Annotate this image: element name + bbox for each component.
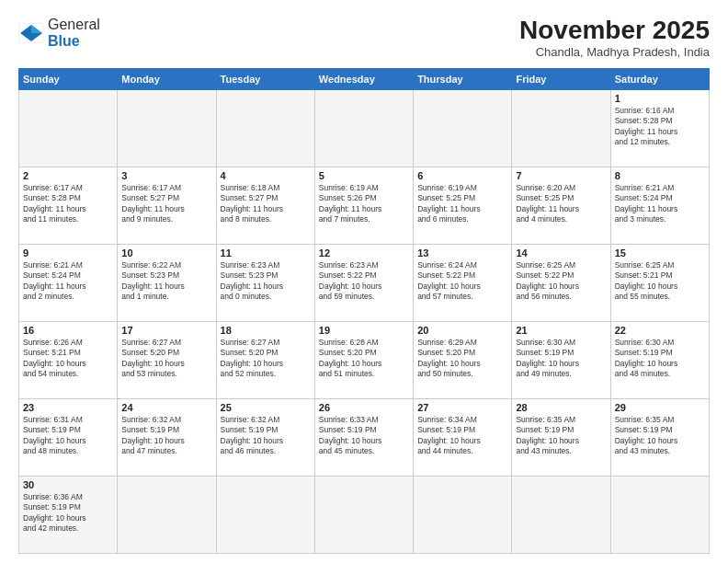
calendar-cell bbox=[314, 89, 413, 167]
day-info: Sunrise: 6:21 AM Sunset: 5:24 PM Dayligh… bbox=[23, 260, 113, 303]
day-info: Sunrise: 6:26 AM Sunset: 5:21 PM Dayligh… bbox=[23, 338, 113, 380]
day-number: 4 bbox=[221, 170, 311, 181]
day-info: Sunrise: 6:30 AM Sunset: 5:19 PM Dayligh… bbox=[516, 338, 606, 380]
day-number: 3 bbox=[121, 170, 211, 181]
day-info: Sunrise: 6:27 AM Sunset: 5:20 PM Dayligh… bbox=[121, 338, 211, 380]
day-number: 11 bbox=[221, 247, 311, 259]
day-info: Sunrise: 6:24 AM Sunset: 5:22 PM Dayligh… bbox=[417, 260, 507, 303]
day-info: Sunrise: 6:36 AM Sunset: 5:19 PM Dayligh… bbox=[23, 492, 113, 534]
day-number: 6 bbox=[417, 170, 507, 181]
header: General Blue November 2025 Chandla, Madh… bbox=[18, 17, 710, 59]
day-info: Sunrise: 6:35 AM Sunset: 5:19 PM Dayligh… bbox=[516, 415, 606, 457]
logo-general: General bbox=[48, 17, 100, 32]
calendar-cell: 16Sunrise: 6:26 AM Sunset: 5:21 PM Dayli… bbox=[19, 321, 118, 398]
day-number: 22 bbox=[615, 325, 705, 336]
day-number: 14 bbox=[516, 247, 606, 259]
calendar-cell: 4Sunrise: 6:18 AM Sunset: 5:27 PM Daylig… bbox=[216, 167, 314, 244]
calendar-cell: 6Sunrise: 6:19 AM Sunset: 5:25 PM Daylig… bbox=[414, 167, 512, 244]
calendar-cell: 3Sunrise: 6:17 AM Sunset: 5:27 PM Daylig… bbox=[118, 167, 216, 244]
day-number: 18 bbox=[221, 325, 311, 336]
calendar-cell: 5Sunrise: 6:19 AM Sunset: 5:26 PM Daylig… bbox=[314, 167, 413, 244]
calendar-cell bbox=[414, 476, 512, 553]
day-info: Sunrise: 6:27 AM Sunset: 5:20 PM Dayligh… bbox=[221, 338, 311, 380]
day-info: Sunrise: 6:33 AM Sunset: 5:19 PM Dayligh… bbox=[319, 415, 409, 457]
day-number: 28 bbox=[516, 402, 606, 413]
page: General Blue November 2025 Chandla, Madh… bbox=[0, 0, 728, 563]
day-info: Sunrise: 6:25 AM Sunset: 5:21 PM Dayligh… bbox=[615, 260, 705, 303]
month-title: November 2025 bbox=[519, 17, 710, 45]
day-info: Sunrise: 6:22 AM Sunset: 5:23 PM Dayligh… bbox=[121, 260, 211, 303]
calendar-week-row: 1Sunrise: 6:16 AM Sunset: 5:28 PM Daylig… bbox=[19, 89, 710, 167]
calendar-cell bbox=[512, 89, 610, 167]
calendar-table: Sunday Monday Tuesday Wednesday Thursday… bbox=[18, 68, 710, 554]
location-subtitle: Chandla, Madhya Pradesh, India bbox=[519, 45, 710, 59]
day-info: Sunrise: 6:17 AM Sunset: 5:28 PM Dayligh… bbox=[23, 183, 113, 225]
logo-icon bbox=[18, 23, 44, 43]
day-info: Sunrise: 6:34 AM Sunset: 5:19 PM Dayligh… bbox=[417, 415, 507, 457]
calendar-cell: 23Sunrise: 6:31 AM Sunset: 5:19 PM Dayli… bbox=[19, 398, 118, 476]
calendar-cell bbox=[118, 89, 216, 167]
calendar-cell: 11Sunrise: 6:23 AM Sunset: 5:23 PM Dayli… bbox=[216, 244, 314, 321]
day-number: 20 bbox=[417, 325, 507, 336]
col-wednesday: Wednesday bbox=[314, 68, 413, 89]
day-info: Sunrise: 6:32 AM Sunset: 5:19 PM Dayligh… bbox=[121, 415, 211, 457]
day-number: 12 bbox=[319, 247, 409, 259]
calendar-cell: 14Sunrise: 6:25 AM Sunset: 5:22 PM Dayli… bbox=[512, 244, 610, 321]
calendar-cell: 1Sunrise: 6:16 AM Sunset: 5:28 PM Daylig… bbox=[610, 89, 709, 167]
col-saturday: Saturday bbox=[610, 68, 709, 89]
calendar-cell: 22Sunrise: 6:30 AM Sunset: 5:19 PM Dayli… bbox=[610, 321, 709, 398]
calendar-cell: 28Sunrise: 6:35 AM Sunset: 5:19 PM Dayli… bbox=[512, 398, 610, 476]
calendar-cell: 27Sunrise: 6:34 AM Sunset: 5:19 PM Dayli… bbox=[414, 398, 512, 476]
calendar-cell: 9Sunrise: 6:21 AM Sunset: 5:24 PM Daylig… bbox=[19, 244, 118, 321]
day-number: 24 bbox=[121, 402, 211, 413]
day-info: Sunrise: 6:32 AM Sunset: 5:19 PM Dayligh… bbox=[221, 415, 311, 457]
day-number: 26 bbox=[319, 402, 409, 413]
calendar-week-row: 30Sunrise: 6:36 AM Sunset: 5:19 PM Dayli… bbox=[19, 476, 710, 553]
day-number: 21 bbox=[516, 325, 606, 336]
day-info: Sunrise: 6:30 AM Sunset: 5:19 PM Dayligh… bbox=[615, 338, 705, 380]
day-info: Sunrise: 6:28 AM Sunset: 5:20 PM Dayligh… bbox=[319, 338, 409, 380]
calendar-cell bbox=[118, 476, 216, 553]
col-thursday: Thursday bbox=[414, 68, 512, 89]
col-monday: Monday bbox=[118, 68, 216, 89]
calendar-cell bbox=[512, 476, 610, 553]
day-info: Sunrise: 6:18 AM Sunset: 5:27 PM Dayligh… bbox=[221, 183, 311, 225]
day-info: Sunrise: 6:17 AM Sunset: 5:27 PM Dayligh… bbox=[121, 183, 211, 225]
col-friday: Friday bbox=[512, 68, 610, 89]
day-info: Sunrise: 6:23 AM Sunset: 5:23 PM Dayligh… bbox=[221, 260, 311, 303]
day-info: Sunrise: 6:19 AM Sunset: 5:26 PM Dayligh… bbox=[319, 183, 409, 225]
calendar-cell: 30Sunrise: 6:36 AM Sunset: 5:19 PM Dayli… bbox=[19, 476, 118, 553]
day-info: Sunrise: 6:31 AM Sunset: 5:19 PM Dayligh… bbox=[23, 415, 113, 457]
logo: General Blue bbox=[18, 17, 100, 49]
calendar-cell: 15Sunrise: 6:25 AM Sunset: 5:21 PM Dayli… bbox=[610, 244, 709, 321]
calendar-cell bbox=[216, 89, 314, 167]
col-sunday: Sunday bbox=[19, 68, 118, 89]
day-number: 29 bbox=[615, 402, 705, 413]
day-number: 23 bbox=[23, 402, 113, 413]
calendar-week-row: 2Sunrise: 6:17 AM Sunset: 5:28 PM Daylig… bbox=[19, 167, 710, 244]
day-info: Sunrise: 6:29 AM Sunset: 5:20 PM Dayligh… bbox=[417, 338, 507, 380]
day-info: Sunrise: 6:35 AM Sunset: 5:19 PM Dayligh… bbox=[615, 415, 705, 457]
calendar-week-row: 23Sunrise: 6:31 AM Sunset: 5:19 PM Dayli… bbox=[19, 398, 710, 476]
calendar-cell bbox=[19, 89, 118, 167]
day-number: 27 bbox=[417, 402, 507, 413]
col-tuesday: Tuesday bbox=[216, 68, 314, 89]
logo-blue: Blue bbox=[48, 33, 80, 49]
day-info: Sunrise: 6:23 AM Sunset: 5:22 PM Dayligh… bbox=[319, 260, 409, 303]
calendar-cell: 20Sunrise: 6:29 AM Sunset: 5:20 PM Dayli… bbox=[414, 321, 512, 398]
day-number: 16 bbox=[23, 325, 113, 336]
day-info: Sunrise: 6:25 AM Sunset: 5:22 PM Dayligh… bbox=[516, 260, 606, 303]
calendar-cell bbox=[314, 476, 413, 553]
calendar-cell: 10Sunrise: 6:22 AM Sunset: 5:23 PM Dayli… bbox=[118, 244, 216, 321]
calendar-cell bbox=[216, 476, 314, 553]
calendar-cell: 13Sunrise: 6:24 AM Sunset: 5:22 PM Dayli… bbox=[414, 244, 512, 321]
day-info: Sunrise: 6:16 AM Sunset: 5:28 PM Dayligh… bbox=[615, 106, 705, 148]
calendar-cell: 2Sunrise: 6:17 AM Sunset: 5:28 PM Daylig… bbox=[19, 167, 118, 244]
day-number: 1 bbox=[615, 93, 705, 104]
calendar-week-row: 16Sunrise: 6:26 AM Sunset: 5:21 PM Dayli… bbox=[19, 321, 710, 398]
calendar-week-row: 9Sunrise: 6:21 AM Sunset: 5:24 PM Daylig… bbox=[19, 244, 710, 321]
calendar-cell bbox=[610, 476, 709, 553]
calendar-cell: 12Sunrise: 6:23 AM Sunset: 5:22 PM Dayli… bbox=[314, 244, 413, 321]
calendar-cell: 25Sunrise: 6:32 AM Sunset: 5:19 PM Dayli… bbox=[216, 398, 314, 476]
day-number: 19 bbox=[319, 325, 409, 336]
